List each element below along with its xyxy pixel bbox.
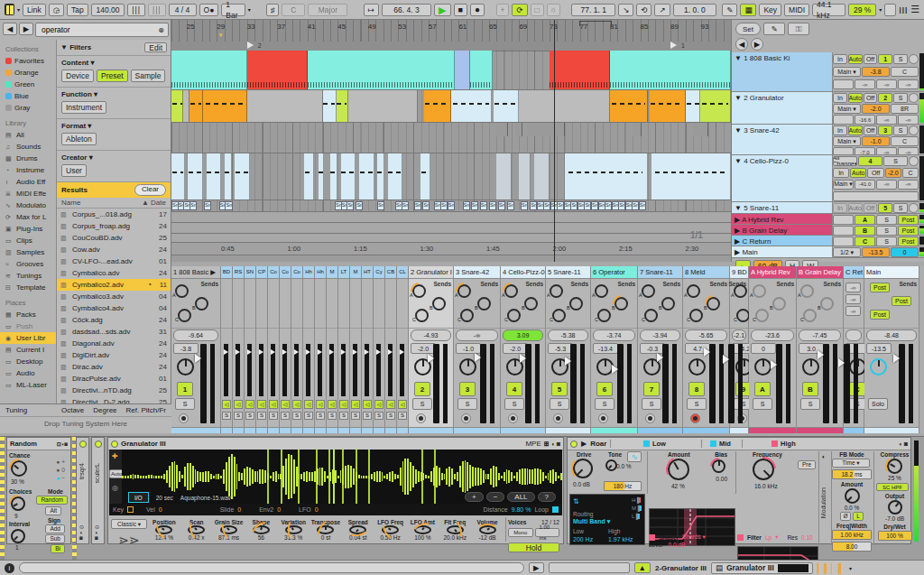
pan-field[interactable]: C [891, 67, 919, 77]
info-icon[interactable]: i [5, 563, 14, 573]
pad-fader-handle[interactable] [259, 349, 266, 355]
pad-fader-handle[interactable] [318, 349, 325, 355]
library-item-plugins[interactable]: ▣Plug-Ins [0, 223, 56, 235]
pad-activator[interactable]: ◁ [222, 400, 231, 409]
clip[interactable] [330, 153, 337, 199]
warning-badge[interactable]: ▲ [634, 562, 651, 573]
pan-field[interactable]: 0 [891, 247, 919, 257]
volume-field[interactable]: -2.0 [862, 104, 890, 114]
mixer-track-title[interactable]: Main [864, 266, 919, 279]
monitor-in[interactable]: In [833, 125, 847, 135]
library-item-modulato[interactable]: ∿Modulato [0, 199, 56, 211]
device-on-led[interactable] [95, 441, 102, 448]
pad-solo-button[interactable]: S [304, 412, 313, 420]
mixer-strip[interactable]: 8 MeldSendsABC-5.654.78S [683, 266, 730, 433]
clip[interactable] [633, 123, 642, 136]
mixer-track-title[interactable]: 2 Granulator I [409, 266, 453, 279]
library-item-clips[interactable]: ▭Clips [0, 235, 56, 246]
send-b-knob[interactable]: B [432, 297, 446, 311]
pad-activator[interactable]: ◁ [257, 400, 266, 409]
file-row[interactable]: ▥Cymbalico2.adv◔11 [57, 279, 171, 291]
clip[interactable] [359, 153, 374, 199]
peak-level-value[interactable]: -9.64 [173, 329, 218, 341]
drum-pad-strip[interactable]: Cy◁S [374, 266, 385, 433]
track-activator[interactable]: 1 [878, 54, 892, 64]
monitor-auto[interactable]: Auto [848, 54, 863, 64]
monitor-off[interactable]: Off [864, 203, 878, 213]
send-a-knob[interactable]: A [753, 284, 766, 298]
collapsed-device[interactable]: sculerL ⊙◖◙ [91, 437, 105, 544]
pad-name[interactable]: M [350, 266, 361, 279]
peak-level-value[interactable]: -4.93 [411, 329, 451, 341]
fader-handle[interactable] [565, 357, 576, 366]
filter-group-title[interactable]: Function ▾ [61, 90, 166, 98]
mixer-strip[interactable]: MainSendsPostPostPost-8.48-13.5Solo [864, 266, 919, 433]
monitor-in[interactable]: In [833, 93, 847, 103]
fb-amount-knob[interactable] [845, 488, 860, 504]
arm-button[interactable] [179, 413, 189, 423]
punch-in-icon[interactable]: ↘ [618, 4, 633, 16]
mixer-strip[interactable]: 1 808 Basic ▶SendsABC-9.64-3.81S [171, 266, 221, 433]
pad-fader[interactable] [294, 344, 299, 396]
file-row[interactable]: ▥Cöck.adg24 [57, 314, 171, 326]
routing-mode-select[interactable]: Multi Band ▾ [573, 518, 610, 525]
volume-value[interactable]: -13.4 [593, 343, 618, 354]
pad-fader[interactable] [224, 344, 228, 396]
output-routing-select[interactable]: Main ▾ [833, 180, 854, 190]
track-activator[interactable]: 6 [596, 382, 613, 396]
arrangement-lane[interactable] [171, 212, 731, 223]
pad-activator[interactable]: ◁ [304, 400, 313, 409]
loop-start-field[interactable]: 77. 1. 1 [571, 4, 615, 16]
drum-pad-strip[interactable]: Hh◁S [303, 266, 315, 433]
library-item-samples[interactable]: ▥Samples [0, 246, 56, 258]
send-pre-post[interactable]: Post [892, 296, 911, 306]
loop-brace[interactable] [579, 21, 612, 26]
clip[interactable]: Sn [225, 201, 232, 210]
clip[interactable] [420, 153, 430, 199]
punch-out-icon[interactable]: ↗ [654, 4, 670, 16]
file-row[interactable]: ▥dasdsad...sds.adv31 [57, 326, 171, 338]
lines-toggle-icon[interactable]: ☰ [910, 4, 919, 15]
place-item-push[interactable]: ▭Push [0, 320, 56, 332]
sign-add-button[interactable]: Add [45, 524, 65, 533]
pad-fader[interactable] [271, 344, 275, 396]
mixer-strip[interactable]: 4 Cello-Pizz-0SendsABC3.09-2.04S [501, 266, 546, 433]
track-activator[interactable]: B [802, 382, 818, 396]
device-icons[interactable]: ⊡◖◙ [57, 441, 68, 447]
overdub-icon[interactable]: + [496, 4, 510, 16]
file-row[interactable]: ▥Cymbalico4.adv04 [57, 302, 171, 314]
output-knob[interactable] [888, 500, 902, 515]
send-c-knob[interactable]: C [644, 309, 658, 322]
pad-activator[interactable]: ◁ [234, 400, 243, 409]
pad-name[interactable]: CP [256, 266, 267, 279]
clip[interactable]: Sn [204, 201, 211, 210]
drum-pad-strip[interactable]: CB◁S [385, 266, 397, 433]
peak-level-value[interactable] [845, 329, 862, 341]
send-b-knob[interactable]: B [707, 297, 720, 311]
pad-name[interactable]: Co [291, 266, 302, 279]
filter-option-user[interactable]: User [61, 164, 87, 177]
send-c-knob[interactable]: C [803, 309, 817, 322]
device-on-led[interactable] [570, 441, 578, 448]
pad-name[interactable]: CL [397, 266, 408, 279]
arm-button[interactable] [416, 413, 426, 423]
device-on-led[interactable] [111, 441, 118, 448]
knob-spread[interactable] [349, 525, 366, 534]
solo-button[interactable]: S [893, 54, 908, 64]
clip[interactable] [319, 153, 325, 199]
fb-amount-value[interactable]: 0.0 % [832, 505, 872, 511]
filter-curve-icon[interactable]: ∿ [627, 451, 642, 462]
clip[interactable] [651, 153, 731, 199]
sample-name[interactable]: Aquaphone-15.wav [180, 495, 231, 501]
meter-bars-icon[interactable]: ▎▍▏▌ [818, 563, 845, 573]
volume-value[interactable]: 0 [751, 343, 776, 354]
clip[interactable] [171, 90, 183, 122]
drum-pad-strip[interactable]: LT◁S [338, 266, 350, 433]
arm-button[interactable] [461, 413, 471, 423]
arm-button[interactable] [909, 93, 919, 103]
tone-value[interactable]: 0.0 % [616, 463, 632, 469]
clip[interactable] [550, 51, 610, 89]
solo-button[interactable]: S [642, 398, 661, 410]
pan-knob[interactable] [754, 358, 772, 376]
solo-button[interactable]: S [876, 226, 897, 236]
